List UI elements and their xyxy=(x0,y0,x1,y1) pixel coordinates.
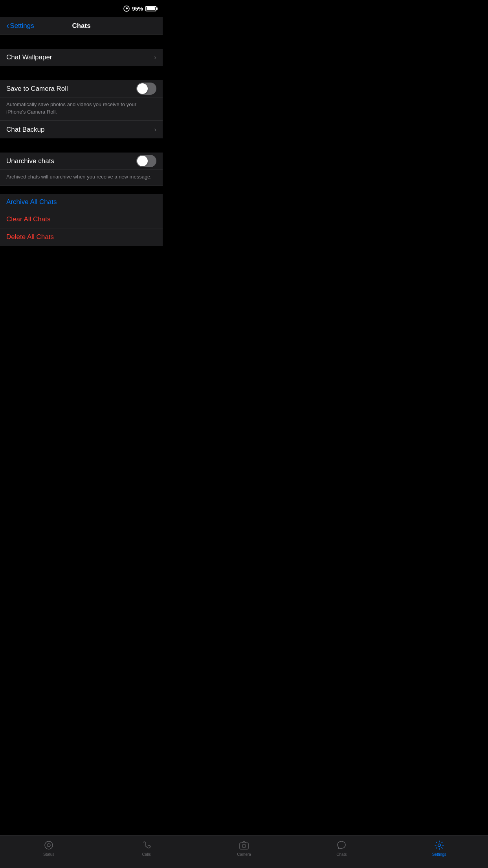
page-title: Chats xyxy=(72,22,90,30)
chat-backup-item[interactable]: Chat Backup › xyxy=(0,121,163,138)
save-camera-roll-label: Save to Camera Roll xyxy=(6,85,68,93)
unarchive-description: Archived chats will unarchive when you r… xyxy=(6,174,152,180)
battery-indicator xyxy=(145,6,156,11)
back-label: Settings xyxy=(10,22,34,30)
status-bar: 95% xyxy=(0,0,163,17)
section-gap-4 xyxy=(0,186,163,194)
chat-wallpaper-chevron-icon: › xyxy=(154,53,156,61)
media-section: Save to Camera Roll Automatically save p… xyxy=(0,80,163,121)
status-bar-right: 95% xyxy=(123,6,156,12)
back-button[interactable]: ‹ Settings xyxy=(6,22,34,30)
save-camera-roll-item[interactable]: Save to Camera Roll xyxy=(0,80,163,97)
save-camera-roll-toggle[interactable] xyxy=(136,83,156,95)
display-section: Chat Wallpaper › xyxy=(0,49,163,66)
unarchive-chats-toggle[interactable] xyxy=(136,155,156,167)
unarchive-chats-label: Unarchive chats xyxy=(6,157,54,165)
clear-all-chats-item[interactable]: Clear All Chats xyxy=(0,211,163,228)
unarchive-description-row: Archived chats will unarchive when you r… xyxy=(0,170,163,186)
archive-all-chats-label: Archive All Chats xyxy=(6,198,57,206)
svg-point-1 xyxy=(126,8,127,9)
main-content: Chat Wallpaper › Save to Camera Roll Aut… xyxy=(0,35,163,278)
lock-icon xyxy=(123,6,130,12)
back-chevron-icon: ‹ xyxy=(6,22,9,30)
clear-all-chats-label: Clear All Chats xyxy=(6,215,50,223)
nav-bar: ‹ Settings Chats xyxy=(0,17,163,35)
section-gap-3 xyxy=(0,138,163,153)
camera-roll-description-row: Automatically save photos and videos you… xyxy=(0,97,163,121)
unarchive-toggle-thumb xyxy=(137,156,148,166)
chat-wallpaper-item[interactable]: Chat Wallpaper › xyxy=(0,49,163,66)
toggle-thumb xyxy=(137,83,148,94)
section-gap-2 xyxy=(0,66,163,80)
backup-section: Chat Backup › xyxy=(0,121,163,138)
delete-all-chats-item[interactable]: Delete All Chats xyxy=(0,228,163,246)
delete-all-chats-label: Delete All Chats xyxy=(6,233,54,241)
battery-percentage: 95% xyxy=(132,6,143,12)
section-gap-1 xyxy=(0,35,163,49)
actions-section: Archive All Chats Clear All Chats Delete… xyxy=(0,194,163,246)
chat-wallpaper-label: Chat Wallpaper xyxy=(6,53,52,61)
archive-section: Unarchive chats Archived chats will unar… xyxy=(0,153,163,186)
unarchive-chats-item[interactable]: Unarchive chats xyxy=(0,153,163,170)
chat-backup-chevron-icon: › xyxy=(154,126,156,134)
camera-roll-description: Automatically save photos and videos you… xyxy=(6,101,136,115)
chat-backup-label: Chat Backup xyxy=(6,126,44,134)
archive-all-chats-item[interactable]: Archive All Chats xyxy=(0,194,163,211)
